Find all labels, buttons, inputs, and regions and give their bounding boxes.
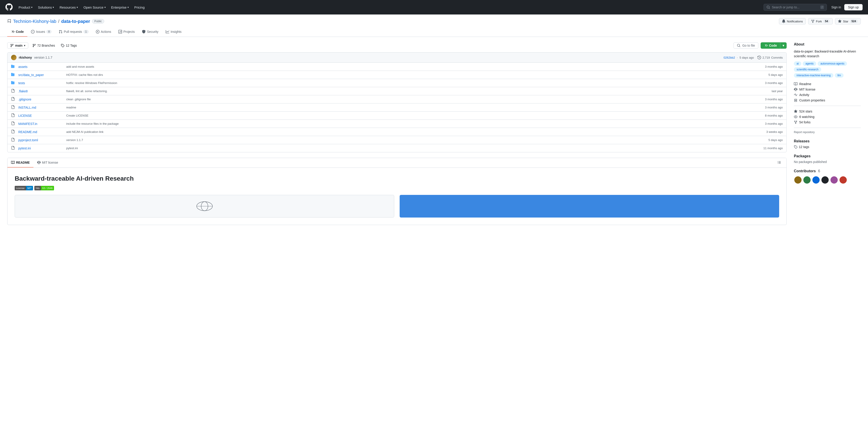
file-commit-msg: include the resource files in the packag… — [66, 122, 762, 125]
file-name-link[interactable]: assets — [18, 65, 64, 68]
branch-icon — [10, 44, 14, 47]
contributors-count: 6 — [818, 169, 820, 173]
file-icon — [11, 121, 15, 125]
commit-hash-link[interactable]: 0262bb2 — [723, 56, 735, 59]
file-name-link[interactable]: .gitignore — [18, 97, 64, 101]
tab-security[interactable]: Security — [138, 27, 162, 37]
file-name-link[interactable]: INSTALL.md — [18, 106, 64, 109]
repo-separator: / — [58, 19, 59, 24]
nav-product[interactable]: Product ▾ — [16, 4, 35, 11]
mit-license-tab[interactable]: MIT license — [33, 158, 62, 168]
file-name-link[interactable]: src/data_to_paper — [18, 73, 64, 77]
tags-button[interactable]: 12 Tags — [59, 42, 79, 49]
properties-icon — [794, 98, 798, 102]
file-icon — [11, 113, 15, 117]
search-box[interactable]: Search or jump to... / — [764, 4, 827, 11]
file-commit-msg: add and move assets — [66, 65, 762, 68]
contributor-avatar[interactable] — [803, 176, 811, 184]
contributor-avatar[interactable] — [821, 176, 829, 184]
projects-icon — [119, 30, 122, 33]
report-repository-link[interactable]: Report repository — [794, 131, 861, 134]
commit-author-avatar[interactable] — [11, 55, 17, 60]
file-name-link[interactable]: README.md — [18, 130, 64, 134]
readme-list-icon[interactable] — [776, 159, 783, 167]
law-sidebar-icon — [794, 88, 798, 91]
releases-tags-link[interactable]: 12 tags — [794, 145, 861, 149]
nav-pricing[interactable]: Pricing — [132, 4, 147, 11]
readme-title: Backward-traceable AI-driven Research — [15, 175, 779, 182]
contributor-avatar[interactable] — [794, 176, 802, 184]
issue-icon — [31, 30, 35, 33]
contributors-title: Contributors 6 — [794, 169, 861, 173]
tag-ai[interactable]: ai — [794, 61, 801, 66]
repo-org-link[interactable]: Technion-Kishony-lab — [13, 19, 56, 24]
notifications-button[interactable]: Notifications — [779, 18, 806, 24]
file-commit-msg: flake8, lint all. some refactoring. — [66, 89, 769, 93]
tag-interactive-machine-learning[interactable]: interactive-machine-learning — [794, 73, 833, 78]
code-icon — [11, 30, 14, 33]
star-icon — [838, 20, 842, 23]
commit-history-link[interactable]: 2,719 Commits — [757, 56, 783, 59]
repo-icon — [7, 19, 11, 23]
repo-name-link[interactable]: data-to-paper — [61, 19, 90, 24]
contributor-avatar[interactable] — [830, 176, 838, 184]
file-icon — [11, 105, 15, 109]
tab-issues[interactable]: Issues 8 — [27, 27, 55, 37]
book-sidebar-icon — [794, 82, 798, 86]
contributor-avatar[interactable] — [839, 176, 847, 184]
custom-properties-link[interactable]: Custom properties — [794, 97, 861, 103]
stars-stat[interactable]: 524 stars — [794, 109, 861, 114]
search-icon — [767, 5, 770, 9]
file-time: 3 months ago — [765, 122, 783, 125]
table-row: pyproject.toml version 1.1.7 5 days ago — [7, 136, 786, 144]
code-button[interactable]: Code ▾ — [761, 42, 786, 49]
tab-actions[interactable]: Actions — [92, 27, 115, 37]
branch-selector[interactable]: main ▾ — [7, 42, 28, 49]
file-name-link[interactable]: LICENSE — [18, 114, 64, 117]
law-icon — [37, 161, 41, 164]
star-stat-icon — [794, 110, 798, 113]
tab-pullrequests[interactable]: Pull requests 1 — [55, 27, 92, 37]
repo-visibility-badge: Public — [92, 19, 104, 24]
activity-link[interactable]: Activity — [794, 92, 861, 97]
tag-autonomous-agents[interactable]: autonomous-agents — [817, 61, 847, 66]
table-row: assets add and move assets 3 months ago — [7, 63, 786, 71]
file-name-link[interactable]: pytest.ini — [18, 146, 64, 150]
tag-scientific-research[interactable]: scientific-research — [794, 67, 821, 72]
signin-link[interactable]: Sign in — [831, 5, 841, 9]
branches-button[interactable]: 72 Branches — [31, 42, 57, 49]
about-description: data-to-paper: Backward-traceable AI-dri… — [794, 49, 861, 59]
forks-stat[interactable]: 54 forks — [794, 119, 861, 125]
tab-projects[interactable]: Projects — [115, 27, 138, 37]
commit-author-name[interactable]: rkishony — [19, 56, 32, 59]
signup-button[interactable]: Sign up — [844, 4, 863, 10]
file-time: 5 days ago — [768, 138, 783, 142]
fork-stat-icon — [794, 120, 798, 124]
nav-enterprise[interactable]: Enterprise ▾ — [109, 4, 131, 11]
table-row: .gitignore clean .gitignore file 3 month… — [7, 95, 786, 104]
file-name-link[interactable]: tests — [18, 81, 64, 85]
license-link[interactable]: MIT license — [794, 87, 861, 92]
nav-solutions[interactable]: Solutions ▾ — [36, 4, 57, 11]
file-name-link[interactable]: pyproject.toml — [18, 138, 64, 142]
nav-resources[interactable]: Resources ▾ — [57, 4, 80, 11]
file-commit-msg: hotfix: resolve Windows FilePermission — [66, 81, 762, 85]
readme-link[interactable]: Readme — [794, 81, 861, 87]
file-name-link[interactable]: MANIFEST.in — [18, 122, 64, 125]
tab-code[interactable]: Code — [7, 27, 27, 37]
file-icon — [11, 138, 15, 141]
readme-tab[interactable]: README — [7, 158, 33, 168]
fork-button[interactable]: Fork 54 — [808, 18, 833, 24]
watching-stat[interactable]: 6 watching — [794, 114, 861, 119]
tag-agents[interactable]: agents — [803, 61, 816, 66]
tag-llm[interactable]: llm — [835, 73, 844, 78]
file-name-link[interactable]: .flake8 — [18, 89, 64, 93]
contributor-avatar[interactable] — [812, 176, 820, 184]
github-logo[interactable] — [5, 3, 13, 11]
star-button[interactable]: Star 524 — [835, 18, 861, 24]
go-to-file-button[interactable]: Go to file — [734, 42, 758, 49]
license-badge: License MIT — [15, 186, 33, 190]
tab-insights[interactable]: Insights — [162, 27, 185, 37]
nav-opensource[interactable]: Open Source ▾ — [81, 4, 108, 11]
file-commit-msg: Create LICENSE — [66, 114, 762, 117]
